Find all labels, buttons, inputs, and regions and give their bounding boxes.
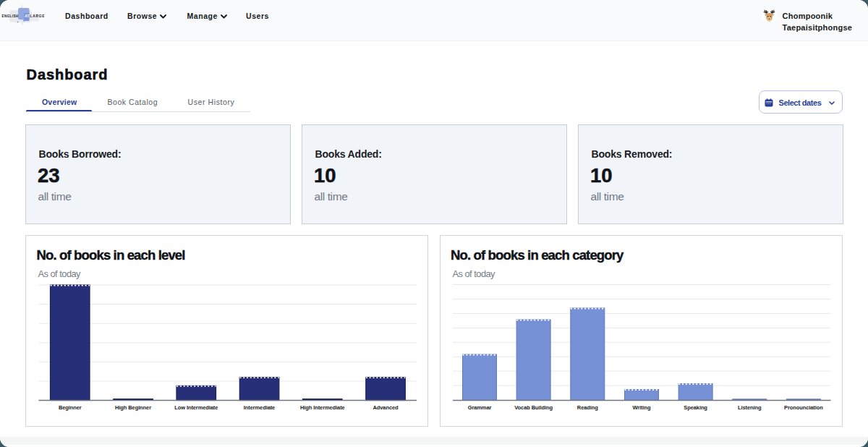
svg-text:Advanced: Advanced [373, 404, 399, 411]
svg-text:High Beginner: High Beginner [115, 404, 151, 411]
svg-text:Listening: Listening [737, 404, 761, 411]
svg-text:AT: AT [25, 14, 30, 18]
svg-text:Intermediate: Intermediate [243, 404, 274, 411]
svg-text:Low Intermediate: Low Intermediate [174, 404, 218, 411]
svg-text:High Intermediate: High Intermediate [299, 404, 344, 411]
svg-text:Speaking: Speaking [684, 404, 707, 411]
svg-text:ENGLISH: ENGLISH [2, 14, 19, 18]
svg-text:Grammar: Grammar [467, 404, 491, 411]
svg-text:Beginner: Beginner [58, 404, 81, 411]
svg-text:Reading: Reading [576, 404, 597, 411]
svg-text:LARGE: LARGE [30, 14, 46, 18]
svg-text:Vocab Building: Vocab Building [514, 404, 553, 411]
svg-text:Writing: Writing [632, 404, 651, 411]
svg-text:Pronounciation: Pronounciation [784, 404, 823, 411]
